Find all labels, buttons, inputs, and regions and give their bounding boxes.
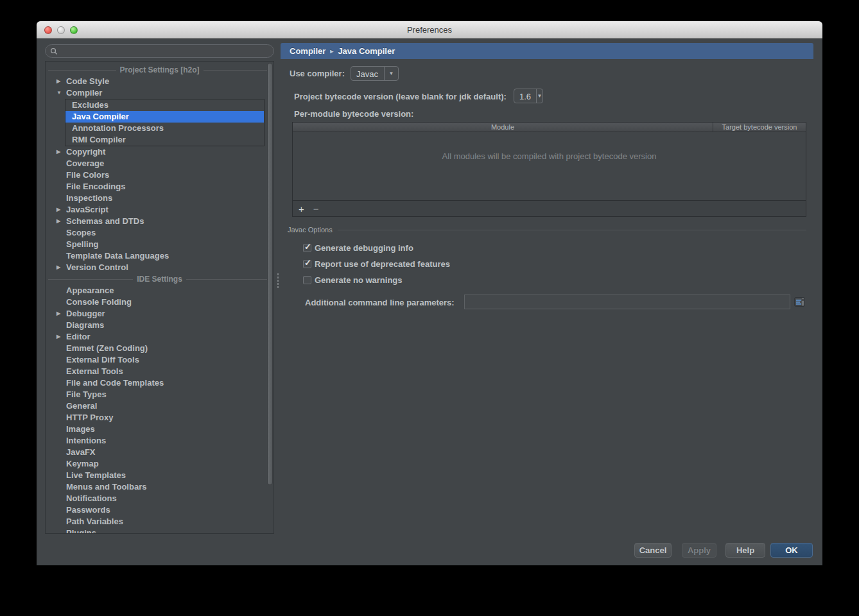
help-button[interactable]: Help bbox=[725, 543, 765, 558]
tree-collapsed-icon[interactable]: ▶ bbox=[56, 146, 64, 158]
tree-item-plugins[interactable]: Plugins bbox=[46, 527, 273, 534]
tree-item-file-types[interactable]: File Types bbox=[46, 389, 273, 400]
breadcrumb-current: Java Compiler bbox=[338, 46, 395, 56]
checkbox-label: Generate debugging info bbox=[315, 243, 413, 253]
expand-editor-icon[interactable] bbox=[794, 296, 805, 307]
checkbox-label: Report use of deprecated features bbox=[315, 259, 450, 269]
checkbox-row-generate-no-warnings[interactable]: Generate no warnings bbox=[303, 274, 403, 286]
table-body[interactable]: All modules will be compiled with projec… bbox=[293, 132, 806, 200]
checkbox-row-report-use-of-deprecated-features[interactable]: Report use of deprecated features bbox=[303, 258, 450, 270]
bytecode-version-value: 1.6 bbox=[514, 89, 536, 103]
column-header-module[interactable]: Module bbox=[293, 123, 713, 132]
use-compiler-label: Use compiler: bbox=[290, 69, 345, 78]
tree-item-rmi-compiler[interactable]: RMI Compiler bbox=[65, 134, 264, 146]
tree-item-menus-and-toolbars[interactable]: Menus and Toolbars bbox=[46, 481, 273, 493]
chevron-down-icon: ▼ bbox=[536, 89, 542, 103]
tree-collapsed-icon[interactable]: ▶ bbox=[56, 76, 64, 87]
settings-tree: Project Settings [h2o]▶Code Style▼Compil… bbox=[45, 61, 274, 534]
tree-item-editor[interactable]: ▶Editor bbox=[46, 331, 273, 343]
checkbox-checked-icon[interactable] bbox=[303, 260, 311, 268]
tree-item-external-diff-tools[interactable]: External Diff Tools bbox=[46, 354, 273, 366]
tree-item-code-style[interactable]: ▶Code Style bbox=[46, 76, 273, 87]
tree-item-console-folding[interactable]: Console Folding bbox=[46, 296, 273, 308]
tree-item-general[interactable]: General bbox=[46, 400, 273, 412]
breadcrumb-separator-icon: ▸ bbox=[330, 47, 333, 55]
settings-search-field[interactable] bbox=[45, 44, 274, 58]
bytecode-version-label: Project bytecode version (leave blank fo… bbox=[294, 92, 507, 101]
search-input[interactable] bbox=[61, 47, 254, 56]
tree-item-keymap[interactable]: Keymap bbox=[46, 458, 273, 470]
tree-item-version-control[interactable]: ▶Version Control bbox=[46, 262, 273, 273]
title-bar[interactable]: Preferences bbox=[37, 21, 822, 38]
checkbox-unchecked-icon[interactable] bbox=[303, 276, 311, 284]
tree-item-inspections[interactable]: Inspections bbox=[46, 193, 273, 204]
desktop-background: Preferences Project Settings [h2o]▶Code … bbox=[0, 0, 859, 616]
tree-item-compiler[interactable]: ▼Compiler bbox=[46, 87, 273, 99]
preferences-window: Preferences Project Settings [h2o]▶Code … bbox=[37, 21, 822, 565]
additional-params-label: Additional command line parameters: bbox=[305, 298, 455, 307]
tree-expanded-icon[interactable]: ▼ bbox=[56, 87, 64, 99]
tree-item-appearance[interactable]: Appearance bbox=[46, 285, 273, 296]
tree-collapsed-icon[interactable]: ▶ bbox=[56, 308, 64, 320]
tree-item-javafx[interactable]: JavaFX bbox=[46, 447, 273, 458]
use-compiler-value: Javac bbox=[351, 67, 384, 80]
cancel-button[interactable]: Cancel bbox=[634, 543, 672, 558]
additional-params-input[interactable] bbox=[464, 295, 790, 309]
tree-item-images[interactable]: Images bbox=[46, 424, 273, 435]
tree-item-live-templates[interactable]: Live Templates bbox=[46, 470, 273, 481]
tree-item-file-colors[interactable]: File Colors bbox=[46, 169, 273, 181]
tree-item-spelling[interactable]: Spelling bbox=[46, 239, 273, 250]
tree-collapsed-icon[interactable]: ▶ bbox=[56, 331, 64, 343]
tree-child-group: ExcludesJava CompilerAnnotation Processo… bbox=[65, 99, 265, 146]
table-empty-message: All modules will be compiled with projec… bbox=[293, 151, 806, 161]
remove-module-button[interactable]: − bbox=[313, 204, 319, 214]
tree-item-emmet-zen-coding-[interactable]: Emmet (Zen Coding) bbox=[46, 343, 273, 354]
search-icon bbox=[50, 47, 58, 55]
ok-button[interactable]: OK bbox=[770, 543, 813, 558]
checkbox-row-generate-debugging-info[interactable]: Generate debugging info bbox=[303, 242, 413, 253]
per-module-label: Per-module bytecode version: bbox=[294, 109, 413, 119]
tree-item-file-and-code-templates[interactable]: File and Code Templates bbox=[46, 377, 273, 389]
panel-splitter-handle[interactable] bbox=[277, 273, 280, 288]
tree-item-java-compiler[interactable]: Java Compiler bbox=[65, 111, 264, 123]
breadcrumb-parent: Compiler bbox=[290, 46, 325, 56]
checkbox-checked-icon[interactable] bbox=[303, 244, 311, 252]
tree-item-intentions[interactable]: Intentions bbox=[46, 435, 273, 447]
tree-item-path-variables[interactable]: Path Variables bbox=[46, 516, 273, 527]
column-header-target-bytecode[interactable]: Target bytecode version bbox=[713, 123, 806, 132]
javac-options-title: Javac Options bbox=[288, 226, 333, 234]
tree-item-template-data-languages[interactable]: Template Data Languages bbox=[46, 250, 273, 262]
tree-collapsed-icon[interactable]: ▶ bbox=[56, 216, 64, 227]
breadcrumb: Compiler ▸ Java Compiler bbox=[281, 43, 813, 59]
tree-section-header: Project Settings [h2o] bbox=[46, 64, 273, 76]
tree-item-copyright[interactable]: ▶Copyright bbox=[46, 146, 273, 158]
tree-collapsed-icon[interactable]: ▶ bbox=[56, 262, 64, 273]
javac-options-section-header: Javac Options bbox=[288, 225, 806, 234]
tree-item-coverage[interactable]: Coverage bbox=[46, 158, 273, 169]
per-module-table: Module Target bytecode version All modul… bbox=[292, 122, 806, 217]
window-title: Preferences bbox=[37, 25, 822, 35]
tree-collapsed-icon[interactable]: ▶ bbox=[56, 204, 64, 216]
tree-item-scopes[interactable]: Scopes bbox=[46, 227, 273, 239]
table-toolbar: + − bbox=[293, 200, 806, 216]
chevron-down-icon: ▼ bbox=[384, 67, 398, 80]
apply-button: Apply bbox=[682, 543, 716, 558]
bytecode-version-select[interactable]: 1.6 ▼ bbox=[514, 89, 543, 103]
tree-item-annotation-processors[interactable]: Annotation Processors bbox=[65, 123, 264, 134]
tree-item-passwords[interactable]: Passwords bbox=[46, 504, 273, 516]
table-header: Module Target bytecode version bbox=[293, 123, 806, 132]
tree-item-diagrams[interactable]: Diagrams bbox=[46, 320, 273, 331]
tree-item-notifications[interactable]: Notifications bbox=[46, 493, 273, 504]
tree-item-http-proxy[interactable]: HTTP Proxy bbox=[46, 412, 273, 424]
checkbox-label: Generate no warnings bbox=[315, 275, 403, 285]
add-module-button[interactable]: + bbox=[299, 204, 304, 214]
tree-item-debugger[interactable]: ▶Debugger bbox=[46, 308, 273, 320]
tree-item-schemas-and-dtds[interactable]: ▶Schemas and DTDs bbox=[46, 216, 273, 227]
use-compiler-select[interactable]: Javac ▼ bbox=[351, 66, 399, 81]
tree-item-file-encodings[interactable]: File Encodings bbox=[46, 181, 273, 193]
tree-item-external-tools[interactable]: External Tools bbox=[46, 366, 273, 377]
tree-item-javascript[interactable]: ▶JavaScript bbox=[46, 204, 273, 216]
sidebar-scrollbar-thumb[interactable] bbox=[267, 63, 273, 485]
tree-section-header: IDE Settings bbox=[46, 273, 273, 285]
tree-item-excludes[interactable]: Excludes bbox=[65, 99, 264, 111]
